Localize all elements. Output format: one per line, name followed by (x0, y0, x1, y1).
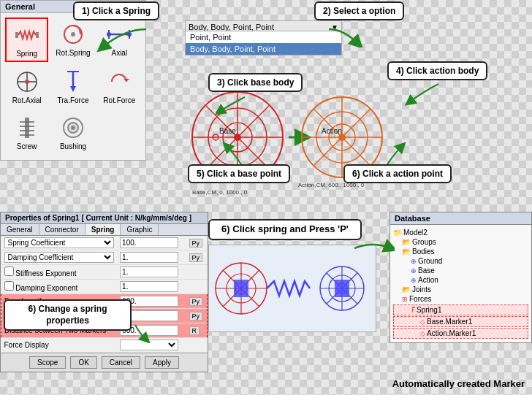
label-stiff-exp: Stiffness Exponent (1, 265, 118, 280)
step6a-text: Click a action point (362, 169, 443, 179)
bottom-text: Automatically created Marker (392, 378, 525, 389)
body-icon: ⊕ (411, 267, 417, 275)
svg-marker-16 (123, 79, 129, 82)
sidebar-panel: General Spring Rot.Spring (0, 0, 146, 161)
spring-coeff-input[interactable] (120, 237, 178, 248)
db-item-joints[interactable]: 📂 Joints (393, 285, 528, 294)
rot-force-icon (106, 69, 132, 95)
ok-button[interactable]: OK (70, 356, 96, 369)
bushing-icon (60, 115, 86, 141)
db-item-groups[interactable]: 📂 Groups (393, 237, 528, 247)
row-stiff-exp: Stiffness Exponent (1, 265, 208, 280)
body-icon: ⊕ (411, 258, 417, 265)
damp-coeff-py-btn[interactable]: Py (189, 253, 203, 262)
sidebar-item-axial[interactable]: Axial (98, 18, 141, 62)
damp-coeff-input[interactable] (120, 252, 178, 263)
step6b-callout: 6) Click spring and Press 'P' (208, 219, 362, 240)
sidebar-item-bushing[interactable]: Bushing (51, 111, 94, 154)
axial-label: Axial (111, 49, 127, 57)
properties-table: Spring Coefficient Py Damping Coefficien… (1, 236, 208, 353)
step6c-number: 6) (28, 304, 38, 314)
svg-text:Action: Action (322, 127, 342, 135)
force-display-select[interactable] (120, 340, 178, 350)
step1-callout: 1) Click a Spring (73, 1, 159, 20)
pre-load-py-btn[interactable]: Py (189, 312, 203, 321)
marker-icon: ◇ (420, 330, 425, 337)
free-length-py-btn[interactable]: Py (189, 297, 203, 306)
step3-text: Click base body (227, 77, 294, 88)
db-item-base-marker1[interactable]: ◇ Base.Marker1 (393, 316, 528, 327)
sidebar-item-rot-force[interactable]: Rot.Force (98, 65, 141, 108)
db-label-ground: Ground (418, 257, 442, 265)
stiff-exp-input[interactable] (120, 266, 178, 277)
dropdown-list: Point, Point Body, Body, Point, Point (185, 31, 342, 55)
spring1-icon: F⃗ (411, 307, 415, 314)
step6b-number: 6) (221, 223, 232, 234)
step2-text: Select a option (333, 6, 395, 16)
sidebar-item-screw[interactable]: Screw (5, 111, 48, 154)
dropdown-option-1[interactable]: Body, Body, Point, Point (186, 43, 341, 55)
folder-icon: 📂 (402, 238, 411, 246)
step5-text: Click a base point (207, 169, 281, 179)
damp-exp-check[interactable] (4, 281, 14, 291)
label-damp-exp: Damping Exponent (1, 280, 118, 294)
db-item-spring1[interactable]: F⃗ Spring1 (393, 304, 528, 315)
cancel-button[interactable]: Cancel (102, 356, 140, 369)
step4-number: 4) (396, 66, 406, 76)
tab-spring[interactable]: Spring (86, 224, 121, 235)
step6a-number: 6) (352, 169, 362, 179)
scope-button[interactable]: Scope (29, 356, 66, 369)
dropdown-option-0[interactable]: Point, Point (186, 31, 341, 43)
rot-spring-label: Rot.Spring (56, 49, 90, 57)
db-item-model2[interactable]: 📁 Model2 (393, 228, 528, 237)
svg-point-12 (25, 80, 29, 84)
db-item-base[interactable]: ⊕ Base (393, 266, 528, 275)
tab-graphic[interactable]: Graphic (121, 224, 159, 235)
step6a-callout: 6) Click a action point (343, 164, 452, 183)
db-item-action-marker1[interactable]: ◇ Action.Marker1 (393, 328, 528, 339)
body-icon: ⊕ (411, 277, 417, 284)
tab-connector[interactable]: Connector (39, 224, 86, 235)
properties-tabs: General Connector Spring Graphic (1, 224, 208, 236)
svg-rect-53 (234, 280, 248, 297)
tra-force-icon (60, 69, 86, 95)
svg-point-3 (71, 32, 75, 37)
tab-general[interactable]: General (1, 224, 39, 235)
damp-coeff-select[interactable]: Damping Coefficient (4, 252, 115, 263)
sidebar-item-rot-spring[interactable]: Rot.Spring (51, 18, 94, 62)
rot-force-label: Rot.Force (103, 96, 135, 104)
db-label-model2: Model2 (403, 229, 428, 237)
apply-button[interactable]: Apply (145, 356, 179, 369)
database-tree: 📁 Model2 📂 Groups 📂 Bodies ⊕ Ground ⊕ Ba… (390, 225, 531, 342)
damp-exp-input[interactable] (120, 281, 178, 292)
properties-title: Properties of Spring1 [ Current Unit : N… (1, 212, 208, 224)
db-item-forces[interactable]: ⊞ Forces (393, 294, 528, 304)
db-label-base: Base (418, 266, 435, 275)
db-label-groups: Groups (412, 238, 436, 246)
select-arrow-icon: ▼ (331, 23, 338, 31)
db-label-forces: Forces (409, 295, 432, 303)
sidebar-item-rot-axial[interactable]: Rot.Axial (5, 65, 48, 108)
dist-markers-r-btn[interactable]: R (189, 326, 200, 335)
spring-animation-area (208, 245, 376, 332)
stiff-exp-check[interactable] (4, 266, 14, 276)
value-spring-coeff (117, 236, 186, 250)
row-force-display: Force Display (1, 338, 208, 353)
step6b-text: Click spring and Press 'P' (232, 223, 349, 234)
svg-rect-0 (15, 32, 18, 38)
db-label-action: Action (418, 276, 438, 284)
db-item-bodies[interactable]: 📂 Bodies (393, 247, 528, 256)
sidebar-item-tra-force[interactable]: Tra.Force (51, 65, 94, 108)
db-item-ground[interactable]: ⊕ Ground (393, 256, 528, 266)
bodies-icon: 📂 (402, 248, 411, 256)
db-item-action[interactable]: ⊕ Action (393, 275, 528, 285)
spring-coeff-select[interactable]: Spring Coefficient (4, 237, 115, 248)
rot-axial-label: Rot.Axial (12, 96, 42, 104)
value-damp-coeff (117, 250, 186, 265)
row-spring-coeff: Spring Coefficient Py (1, 236, 208, 250)
step1-number: 1) (82, 6, 92, 16)
db-label-action-marker1: Action.Marker1 (427, 329, 476, 337)
step5-callout: 5) Click a base point (188, 164, 290, 183)
sidebar-item-spring[interactable]: Spring (5, 18, 48, 62)
spring-coeff-py-btn[interactable]: Py (189, 239, 203, 248)
